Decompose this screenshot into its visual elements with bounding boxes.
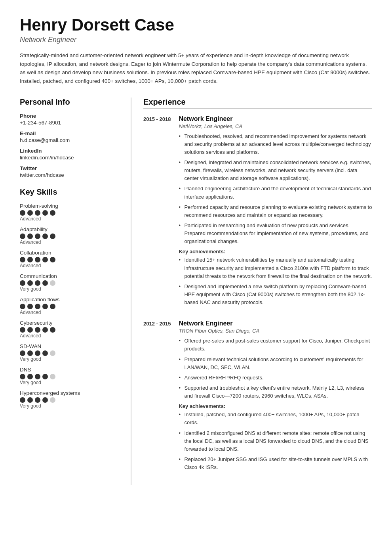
skill-dots [20, 233, 119, 239]
left-column: Personal Info Phone +1-234-567-8901 E-ma… [20, 98, 131, 485]
dot-filled [27, 350, 33, 356]
skill-level: Advanced [20, 263, 119, 268]
exp-bullet: Performed capacity and resource planning… [179, 203, 372, 219]
exp-bullet: Participated in researching and evaluati… [179, 222, 372, 245]
skill-name: Problem-solving [20, 203, 119, 209]
dot-filled [20, 233, 25, 239]
resume-name: Henry Dorsett Case [20, 16, 372, 34]
skill-name: Communication [20, 273, 119, 279]
skill-name: SD-WAN [20, 343, 119, 349]
achievement-bullet: Installed, patched, and configured 400+ … [179, 411, 372, 427]
skill-item: Problem-solvingAdvanced [20, 203, 119, 222]
right-column: Experience 2015 - 2018Network EngineerNe… [131, 98, 372, 485]
dot-filled [42, 374, 48, 379]
skill-name: Adaptability [20, 226, 119, 232]
resume-summary: Strategically-minded and customer-orient… [20, 51, 372, 85]
skill-dots [20, 280, 119, 286]
dot-filled [35, 304, 40, 309]
skill-name: Hyperconverged systems [20, 390, 119, 396]
skill-item: Application flowsAdvanced [20, 297, 119, 315]
skills-list: Problem-solvingAdvancedAdaptabilityAdvan… [20, 203, 119, 409]
exp-job-title: Network Engineer [179, 115, 372, 122]
dot-filled [42, 327, 48, 333]
dot-filled [50, 327, 55, 333]
exp-content: Network EngineerNetWorkz, Los Angeles, C… [179, 115, 372, 309]
skill-dots [20, 327, 119, 333]
skill-dots [20, 304, 119, 309]
skill-item: SD-WANVery good [20, 343, 119, 362]
personal-info-section: Personal Info Phone +1-234-567-8901 E-ma… [20, 98, 119, 178]
twitter-value: twitter.com/hdcase [20, 172, 119, 178]
skill-item: Hyperconverged systemsVery good [20, 390, 119, 409]
linkedin-value: linkedin.com/in/hdcase [20, 155, 119, 161]
skill-level: Advanced [20, 333, 119, 339]
dot-filled [35, 397, 40, 403]
achievement-bullet: Identified 2 misconfigured DNS at differ… [179, 429, 372, 453]
dot-filled [20, 257, 25, 262]
experience-entry: 2015 - 2018Network EngineerNetWorkz, Los… [143, 115, 372, 309]
phone-value: +1-234-567-8901 [20, 120, 119, 126]
dot-filled [35, 257, 40, 262]
dot-filled [35, 210, 40, 216]
skill-dots [20, 397, 119, 403]
dot-filled [27, 304, 33, 309]
email-label: E-mail [20, 130, 119, 136]
dot-empty [50, 397, 55, 403]
dot-filled [27, 233, 33, 239]
dot-filled [20, 374, 25, 379]
dot-filled [20, 280, 25, 286]
dot-filled [42, 233, 48, 239]
dot-filled [35, 280, 40, 286]
dot-filled [35, 327, 40, 333]
dot-filled [42, 350, 48, 356]
dot-filled [20, 397, 25, 403]
skill-dots [20, 257, 119, 262]
exp-bullet: Designed, integrated and maintained cons… [179, 159, 372, 182]
dot-filled [42, 257, 48, 262]
key-achievements-label: Key achievements: [179, 403, 372, 409]
experience-entry: 2012 - 2015Network EngineerTRON Fiber Op… [143, 320, 372, 474]
skill-item: CollaborationAdvanced [20, 250, 119, 268]
skill-name: Collaboration [20, 250, 119, 256]
exp-bullet: Troubleshooted, resolved, and recommende… [179, 132, 372, 156]
dot-filled [20, 350, 25, 356]
experience-list: 2015 - 2018Network EngineerNetWorkz, Los… [143, 115, 372, 474]
dot-filled [20, 327, 25, 333]
skill-level: Advanced [20, 239, 119, 245]
skill-item: CybersecurityAdvanced [20, 320, 119, 339]
exp-bullet: Planned engineering architecture and the… [179, 185, 372, 201]
linkedin-label: LinkedIn [20, 148, 119, 154]
dot-filled [20, 210, 25, 216]
skill-level: Advanced [20, 310, 119, 315]
dot-filled [50, 233, 55, 239]
skill-item: CommunicationVery good [20, 273, 119, 292]
dot-filled [35, 350, 40, 356]
dot-filled [20, 304, 25, 309]
exp-job-title: Network Engineer [179, 320, 372, 327]
personal-info-title: Personal Info [20, 98, 119, 108]
achievement-bullet: Replaced 20+ Juniper SSG and ISG used fo… [179, 455, 372, 471]
exp-bullet: Answered RFI/RFP/RFQ requests. [179, 374, 372, 382]
skill-dots [20, 374, 119, 379]
dot-filled [50, 257, 55, 262]
exp-bullet: Prepared relevant technical solutions ac… [179, 356, 372, 371]
dot-filled [42, 304, 48, 309]
exp-bullets-list: Troubleshooted, resolved, and recommende… [179, 132, 372, 246]
dot-filled [27, 374, 33, 379]
key-achievements-label: Key achievements: [179, 249, 372, 255]
dot-filled [27, 257, 33, 262]
skills-section: Key Skills Problem-solvingAdvancedAdapta… [20, 188, 119, 409]
dot-filled [42, 210, 48, 216]
experience-title: Experience [143, 98, 372, 109]
skill-level: Very good [20, 380, 119, 385]
email-value: h.d.case@gmail.com [20, 137, 119, 143]
skill-name: Application flows [20, 297, 119, 302]
skill-dots [20, 350, 119, 356]
dot-filled [50, 304, 55, 309]
dot-filled [27, 210, 33, 216]
dot-filled [27, 280, 33, 286]
phone-label: Phone [20, 113, 119, 119]
skill-name: Cybersecurity [20, 320, 119, 326]
exp-bullet: Offered pre-sales and post-sales custome… [179, 337, 372, 353]
dot-filled [27, 327, 33, 333]
